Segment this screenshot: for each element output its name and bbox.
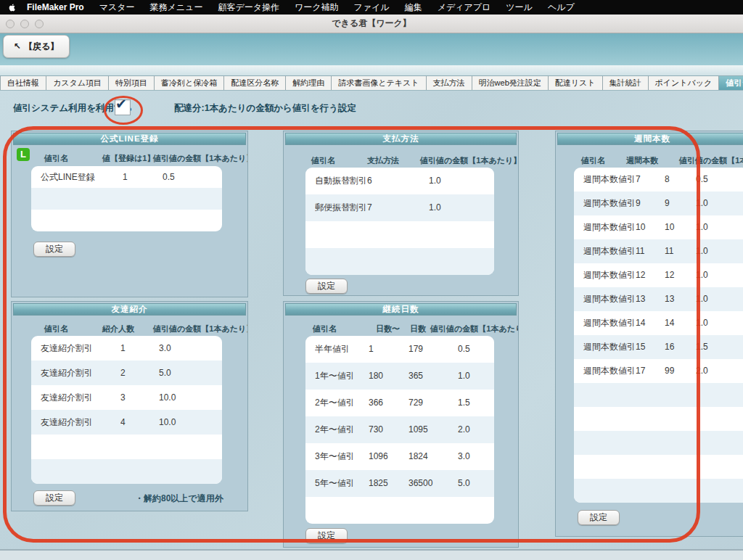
table-cell: 11	[636, 239, 665, 263]
tab[interactable]: 支払方法	[427, 76, 472, 90]
tab[interactable]: 解約理由	[286, 76, 332, 90]
tab[interactable]: 配達リスト	[549, 76, 603, 90]
tab[interactable]: 値引システム	[719, 76, 743, 90]
tab-bar: 自社情報カスタム項目特別項目蓄冷剤と保冷箱配達区分名称解約理由請求書画像とテキス…	[0, 75, 743, 91]
table-cell	[665, 383, 696, 407]
table-row[interactable]: 5年〜値引1825365005.0	[305, 470, 494, 497]
zoom-window-button[interactable]	[35, 20, 44, 28]
tab[interactable]: 請求書画像とテキスト	[332, 76, 426, 90]
table-cell: 週間本数値引	[583, 239, 636, 263]
tab[interactable]: 自社情報	[0, 76, 46, 90]
table-row[interactable]	[31, 459, 222, 484]
back-button[interactable]: ↖ 【戻る】	[3, 35, 70, 58]
window-titlebar: できる君【ワーク】	[0, 15, 743, 33]
table-cell: 14	[636, 311, 665, 335]
menu-item[interactable]: 業務メニュー	[150, 0, 203, 15]
table-row[interactable]: 友達紹介割引13.0	[31, 336, 222, 361]
table-row[interactable]: 自動振替割引61.0	[305, 168, 494, 194]
table-row[interactable]: 週間本数値引780.5	[574, 168, 743, 192]
menu-item[interactable]: ワーク補助	[295, 0, 339, 15]
table-cell: 2年〜値引	[315, 390, 369, 416]
table-row[interactable]: 友達紹介割引25.0	[31, 361, 222, 385]
menu-item[interactable]: ツール	[506, 0, 533, 15]
table-cell	[583, 455, 636, 479]
table-row[interactable]: 公式LINE登録10.5	[31, 166, 222, 188]
table-row[interactable]	[305, 248, 494, 275]
table-row[interactable]: 友達紹介割引410.0	[31, 410, 222, 435]
table-row[interactable]	[31, 210, 222, 231]
table-cell: 2.0	[696, 359, 739, 383]
column-header: 値引名	[581, 155, 626, 166]
table-row[interactable]: 3年〜値引109618243.0	[305, 443, 494, 470]
table-row[interactable]	[574, 455, 743, 479]
table-row[interactable]	[31, 435, 222, 459]
table-cell: 週間本数値引	[583, 335, 636, 359]
menu-item[interactable]: FileMaker Pro	[27, 0, 84, 15]
tab[interactable]: ポイントバック	[649, 76, 720, 90]
main-content: 値引システム利用を利用する ✔ 配達分:1本あたりの金額から値引を行う設定 公式…	[0, 91, 743, 549]
table-cell	[583, 431, 636, 455]
table-row[interactable]	[305, 221, 494, 248]
table-row[interactable]	[574, 407, 743, 431]
tab[interactable]: 明治web発注設定	[472, 76, 549, 90]
menu-item[interactable]: ファイル	[354, 0, 390, 15]
table-row[interactable]: 半年値引11790.5	[305, 336, 494, 363]
menu-item[interactable]: マスター	[99, 0, 135, 15]
line-settings-button[interactable]: 設定	[33, 242, 75, 257]
menu-item[interactable]: メディアプロ	[438, 0, 491, 15]
table-row[interactable]: 週間本数値引13131.0	[574, 287, 743, 311]
use-discount-checkbox[interactable]: ✔	[115, 99, 131, 115]
table-row[interactable]: 週間本数値引10101.0	[574, 215, 743, 239]
apple-icon[interactable]	[7, 3, 17, 12]
table-row[interactable]: 2年〜値引3667291.5	[305, 390, 494, 416]
table-row[interactable]: 1年〜値引1803651.0	[305, 363, 494, 390]
table-row[interactable]: 2年〜値引73010952.0	[305, 416, 494, 443]
table-row[interactable]: 週間本数値引17992.0	[574, 359, 743, 383]
table-row[interactable]: 週間本数値引11111.0	[574, 239, 743, 263]
table-row[interactable]: 友達紹介割引310.0	[31, 385, 222, 410]
table-cell	[636, 455, 665, 479]
traffic-lights	[6, 20, 44, 28]
column-headers: 値引名日数〜日数値引値の金額【1本あたり】	[284, 324, 519, 334]
column-headers: 値引名値【登録は1】値引値の金額【1本あたり】	[12, 153, 248, 164]
table-cell: 17	[636, 359, 665, 383]
table-cell: 公式LINE登録	[41, 166, 123, 188]
table-row[interactable]: 週間本数値引15161.5	[574, 335, 743, 359]
table-cell: 36500	[409, 470, 458, 497]
table-cell: 自動振替割引	[315, 168, 367, 194]
menu-item[interactable]: 顧客データ操作	[218, 0, 279, 15]
table-cell: 2年〜値引	[315, 416, 369, 443]
table-row[interactable]	[574, 383, 743, 407]
table-row[interactable]	[31, 188, 222, 210]
back-button-label: 【戻る】	[24, 41, 59, 53]
table-row[interactable]: 週間本数値引991.0	[574, 192, 743, 215]
tab[interactable]: 集計統計	[603, 76, 649, 90]
tab[interactable]: 配達区分名称	[224, 76, 286, 90]
table-row[interactable]	[305, 497, 494, 524]
table-row[interactable]: 週間本数値引12121.0	[574, 263, 743, 287]
menu-item[interactable]: 編集	[405, 0, 422, 15]
close-window-button[interactable]	[6, 20, 15, 28]
tab[interactable]: 特別項目	[109, 76, 155, 90]
referral-settings-button[interactable]: 設定	[33, 490, 75, 506]
table-row[interactable]	[574, 479, 743, 503]
table-cell	[429, 221, 487, 248]
tab[interactable]: カスタム項目	[46, 76, 109, 90]
table-cell	[41, 459, 120, 484]
table-cell	[636, 479, 665, 503]
table-cell: 10	[665, 215, 696, 239]
table-cell: 12	[665, 263, 696, 287]
duration-settings-button[interactable]: 設定	[305, 528, 348, 543]
minimize-window-button[interactable]	[20, 20, 29, 28]
payment-settings-button[interactable]: 設定	[305, 279, 348, 294]
panel-title: 支払方法	[285, 133, 517, 145]
table-row[interactable]: 週間本数値引14141.0	[574, 311, 743, 335]
table-cell: 2.0	[458, 416, 494, 443]
tab[interactable]: 蓄冷剤と保冷箱	[155, 76, 224, 90]
table-row[interactable]	[574, 431, 743, 455]
table-cell: 179	[409, 336, 458, 363]
weekly-settings-button[interactable]: 設定	[578, 510, 620, 525]
menu-item[interactable]: ヘルプ	[548, 0, 575, 15]
table-row[interactable]: 郵便振替割引71.0	[305, 194, 494, 221]
column-header: 値引値の金額【1本あたり】	[420, 155, 519, 166]
